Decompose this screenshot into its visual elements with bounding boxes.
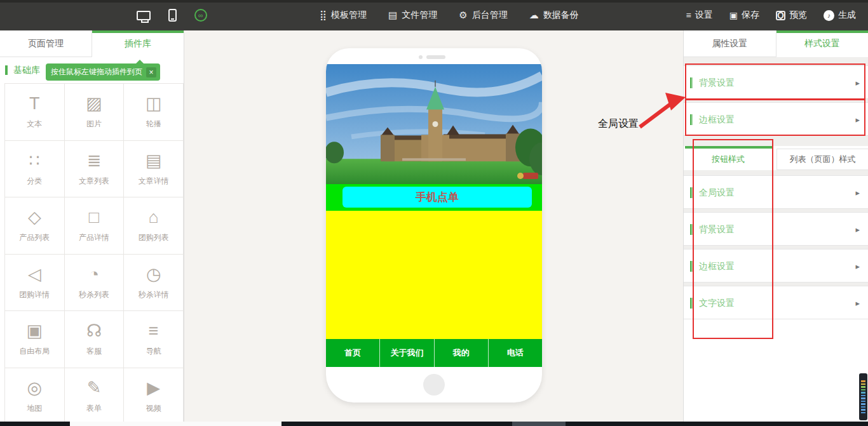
groupbuy-detail-icon: ◁ — [28, 265, 41, 284]
plugin-cell[interactable]: ▶ 视频 — [124, 368, 184, 425]
plugin-cell[interactable]: ⌂ 团购列表 — [124, 197, 184, 255]
plugin-label: 客服 — [86, 346, 102, 357]
plugin-cell[interactable]: T 文本 — [5, 84, 65, 141]
plugin-cell[interactable]: ▨ 图片 — [65, 84, 125, 141]
taskbar-edge — [0, 422, 868, 426]
topbar-menu-item[interactable]: ▤ 文件管理 — [377, 0, 448, 30]
topbar-menu: ⣿ 模板管理 ▤ 文件管理 ⚙ 后台管理 ☁ 数据备份 — [309, 0, 590, 30]
taskbar-gray-segment[interactable] — [512, 422, 566, 426]
plugin-label: 文章列表 — [79, 176, 109, 187]
generate-button[interactable]: ♪ 生成 — [815, 0, 864, 30]
chevron-right-icon: ▸ — [855, 66, 860, 100]
plugin-label: 文章详情 — [139, 176, 169, 187]
plugin-cell[interactable]: ◫ 轮播 — [124, 84, 184, 141]
plugin-library-panel: 页面管理 插件库 基础库 按住鼠标左键拖动插件到页 × T 文本 ▨ 图片 ◫ … — [0, 30, 184, 426]
panel-gap — [684, 57, 868, 65]
groupbuy-list-icon: ⌂ — [149, 208, 159, 227]
plugin-cell[interactable]: ☊ 客服 — [65, 311, 125, 368]
plugin-cell[interactable]: ≣ 文章列表 — [65, 141, 125, 198]
save-button[interactable]: ▣ 保存 — [721, 0, 768, 30]
topbar-menu-label: 数据备份 — [543, 10, 579, 21]
tab-page-manage[interactable]: 页面管理 — [0, 30, 92, 57]
plugin-label: 地图 — [27, 403, 42, 414]
form-icon: ✎ — [87, 378, 102, 397]
section-button-border-settings[interactable]: 边框设置 ▸ — [684, 249, 868, 283]
plugin-label: 产品列表 — [19, 232, 50, 243]
plugin-cell[interactable]: ✎ 表单 — [65, 368, 125, 425]
plugin-label: 视频 — [146, 403, 161, 414]
tab-attribute-settings[interactable]: 属性设置 — [684, 30, 776, 57]
phone-nav-item[interactable]: 首页 — [326, 339, 379, 367]
product-detail-icon: □ — [89, 208, 99, 227]
plugin-cell[interactable]: ▣ 自由布局 — [5, 311, 65, 368]
admin-gear-icon: ⚙ — [459, 10, 467, 21]
phone-title-button[interactable]: 手机点单 — [342, 187, 532, 208]
section-border-settings[interactable]: 边框设置 ▸ — [684, 102, 868, 136]
phone-bottom-bezel — [326, 374, 542, 403]
phone-hero-image[interactable] — [326, 64, 542, 184]
customer-service-icon: ☊ — [86, 321, 102, 340]
plugin-cell[interactable]: ▤ 文章详情 — [124, 141, 184, 198]
topbar-menu-label: 文件管理 — [402, 10, 437, 21]
section-marker — [690, 77, 693, 88]
chevron-right-icon: ▸ — [855, 286, 860, 320]
phone-home-button[interactable] — [423, 374, 445, 396]
link-icon[interactable]: ∞ — [194, 9, 207, 22]
data-backup-cloud-icon: ☁ — [529, 10, 539, 21]
settings-panel: 属性设置 样式设置 背景设置 ▸ 边框设置 ▸ 按钮样式 列表（页面）样式 全局… — [683, 30, 868, 426]
section-background-settings[interactable]: 背景设置 ▸ — [684, 65, 868, 99]
plugin-cell[interactable]: ◎ 地图 — [5, 368, 65, 425]
right-panel-tabs: 属性设置 样式设置 — [684, 30, 868, 57]
section-global-settings[interactable]: 全局设置 ▸ — [684, 175, 868, 209]
mobile-preview-icon[interactable] — [168, 9, 177, 22]
side-color-widget[interactable] — [859, 373, 867, 420]
section-marker — [690, 224, 693, 235]
image-icon: ▨ — [86, 94, 102, 113]
topbar-actions: ≡ 设置 ▣ 保存 Q 预览 ♪ 生成 — [678, 0, 864, 30]
plugin-label: 文本 — [27, 119, 42, 130]
plugin-label: 团购详情 — [19, 290, 50, 300]
category-icon: ∷ — [29, 151, 40, 170]
plugin-cell[interactable]: ∷ 分类 — [5, 141, 65, 198]
phone-nav-item[interactable]: 关于我们 — [379, 339, 433, 367]
phone-camera-dot — [419, 55, 423, 59]
plugin-cell[interactable]: ≡ 导航 — [124, 311, 184, 368]
section-text-settings[interactable]: 文字设置 ▸ — [684, 286, 868, 319]
settings-sliders-icon: ≡ — [686, 10, 691, 20]
drag-hint-tooltip: 按住鼠标左键拖动插件到页 × — [46, 63, 160, 81]
tab-style-settings[interactable]: 样式设置 — [776, 30, 868, 57]
carousel-icon: ◫ — [146, 94, 162, 113]
tooltip-close-icon[interactable]: × — [146, 67, 156, 77]
topbar-menu-item[interactable]: ☁ 数据备份 — [519, 0, 590, 30]
topbar-menu-label: 模板管理 — [331, 10, 367, 21]
tab-list-page-style[interactable]: 列表（页面）样式 — [776, 149, 868, 170]
plugin-label: 轮播 — [146, 119, 161, 130]
panel-gap — [684, 170, 868, 175]
plugin-cell[interactable]: ◔ 秒杀列表 — [65, 255, 125, 312]
flashsale-detail-icon: ◷ — [146, 265, 161, 284]
generate-icon: ♪ — [824, 10, 834, 21]
phone-body-block[interactable] — [326, 211, 542, 339]
section-button-background-settings[interactable]: 背景设置 ▸ — [684, 212, 868, 246]
preview-button[interactable]: Q 预览 — [768, 0, 815, 30]
template-grid-icon: ⣿ — [320, 10, 327, 21]
plugin-cell[interactable]: □ 产品详情 — [65, 197, 125, 255]
annotation-label: 全局设置 — [598, 117, 639, 131]
topbar-menu-item[interactable]: ⚙ 后台管理 — [448, 0, 518, 30]
desktop-preview-icon[interactable] — [137, 11, 151, 20]
settings-button[interactable]: ≡ 设置 — [678, 0, 721, 30]
tab-button-style[interactable]: 按钮样式 — [684, 149, 773, 170]
phone-top-bezel — [326, 48, 542, 64]
plugin-cell[interactable]: ◇ 产品列表 — [5, 197, 65, 255]
phone-bottom-nav: 首页 关于我们 我的 电话 — [326, 339, 542, 367]
tab-plugin-library[interactable]: 插件库 — [92, 30, 184, 57]
taskbar-light-segment[interactable] — [70, 422, 281, 426]
plugin-cell[interactable]: ◷ 秒杀详情 — [124, 255, 184, 312]
topbar-menu-item[interactable]: ⣿ 模板管理 — [309, 0, 377, 30]
plugin-cell[interactable]: ◁ 团购详情 — [5, 255, 65, 312]
library-label: 基础库 — [13, 57, 40, 83]
phone-nav-item[interactable]: 电话 — [488, 339, 542, 367]
chevron-right-icon: ▸ — [855, 176, 860, 210]
phone-nav-item[interactable]: 我的 — [434, 339, 488, 367]
section-marker — [690, 261, 693, 272]
